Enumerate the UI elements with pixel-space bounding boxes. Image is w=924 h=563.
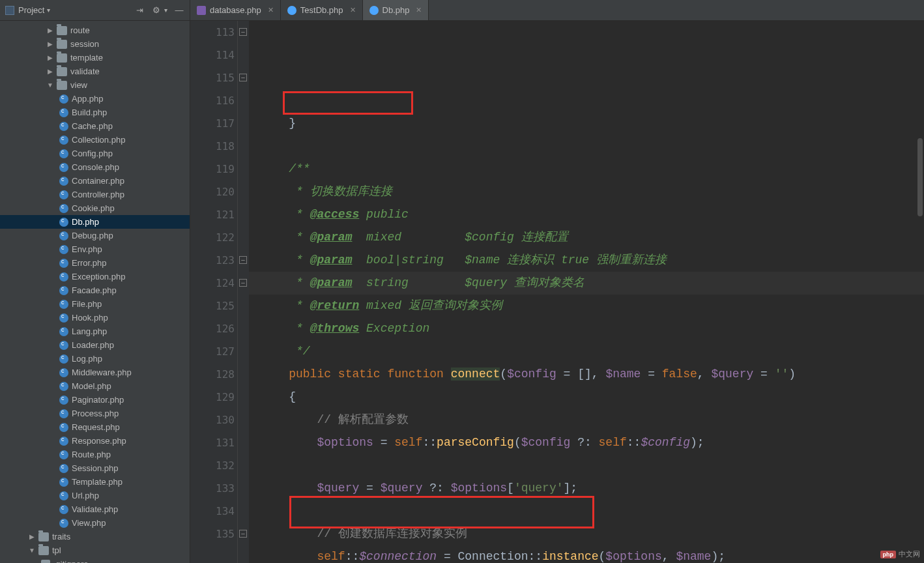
tree-file-Model-php[interactable]: Model.php <box>0 379 190 393</box>
vertical-scrollbar[interactable] <box>916 21 923 563</box>
code-line[interactable]: public static function connect($config =… <box>261 363 924 386</box>
tree-file-Request-php[interactable]: Request.php <box>0 420 190 434</box>
tree-file-Container-php[interactable]: Container.php <box>0 174 190 188</box>
chevron-icon[interactable] <box>47 40 53 48</box>
tree-file-Console-php[interactable]: Console.php <box>0 160 190 174</box>
chevron-icon[interactable] <box>47 54 53 61</box>
highlight-box-2 <box>289 496 594 528</box>
code-line[interactable]: * @return mixed 返回查询对象实例 <box>261 295 924 317</box>
project-tree[interactable]: routesessiontemplatevalidateviewApp.phpB… <box>0 21 190 563</box>
tree-file-Db-php[interactable]: Db.php <box>0 215 190 229</box>
code-line[interactable]: * @access public <box>261 203 924 226</box>
code-line[interactable]: $options = self::parseConfig($config ?: … <box>261 431 924 454</box>
chevron-icon[interactable] <box>29 547 35 554</box>
code-editor[interactable]: 1131141151161171181191201211221231241251… <box>190 21 924 563</box>
code-line[interactable]: self::$connection = Connection::instance… <box>261 545 924 563</box>
chevron-icon[interactable] <box>47 27 53 34</box>
tree-file-Session-php[interactable]: Session.php <box>0 461 190 475</box>
close-icon[interactable]: ✕ <box>268 6 274 14</box>
tree-file-Cache-php[interactable]: Cache.php <box>0 119 190 133</box>
line-number: 114 <box>190 44 235 66</box>
code-line[interactable]: * 切换数据库连接 <box>261 180 924 203</box>
tree-file-App-php[interactable]: App.php <box>0 92 190 106</box>
line-number: 135 <box>190 523 235 545</box>
chevron-down-icon[interactable]: ▾ <box>47 7 50 14</box>
fold-marker-icon[interactable]: – <box>239 256 247 264</box>
chevron-icon[interactable] <box>29 533 35 540</box>
code-line[interactable]: // 解析配置参数 <box>261 409 924 431</box>
tree-file-Process-php[interactable]: Process.php <box>0 407 190 420</box>
tab-TestDb-php[interactable]: TestDb.php✕ <box>281 0 363 20</box>
file-icon <box>197 6 206 15</box>
tree-file-Route-php[interactable]: Route.php <box>0 448 190 461</box>
tree-file-Url-php[interactable]: Url.php <box>0 489 190 502</box>
collapse-icon[interactable]: ⇥ <box>134 5 145 16</box>
tab-Db-php[interactable]: Db.php✕ <box>363 0 429 20</box>
tree-file-Validate-php[interactable]: Validate.php <box>0 502 190 516</box>
line-number: 115 <box>190 66 235 89</box>
scrollbar-thumb[interactable] <box>917 138 923 216</box>
tree-file-Log-php[interactable]: Log.php <box>0 352 190 366</box>
tree-file-Env-php[interactable]: Env.php <box>0 242 190 256</box>
fold-marker-icon[interactable]: – <box>239 28 247 36</box>
tree-folder-traits[interactable]: traits <box>0 530 190 543</box>
tree-file-Error-php[interactable]: Error.php <box>0 256 190 270</box>
file-icon <box>41 560 50 564</box>
tree-label: Validate.php <box>72 504 118 514</box>
tree-file-Controller-php[interactable]: Controller.php <box>0 188 190 201</box>
tree-label: Cookie.php <box>72 203 115 213</box>
close-icon[interactable]: ✕ <box>416 6 422 14</box>
tree-label: validate <box>70 66 100 76</box>
php-file-icon <box>59 368 68 377</box>
tree-label: File.php <box>72 299 102 309</box>
code-line[interactable] <box>261 135 924 158</box>
tree-file-Template-php[interactable]: Template.php <box>0 475 190 489</box>
tree-file-Debug-php[interactable]: Debug.php <box>0 229 190 242</box>
tree-file-Lang-php[interactable]: Lang.php <box>0 325 190 338</box>
php-file-icon <box>59 327 68 336</box>
tree-folder-session[interactable]: session <box>0 37 190 51</box>
chevron-icon[interactable] <box>47 81 53 89</box>
tree-file-Loader-php[interactable]: Loader.php <box>0 338 190 352</box>
tab-database-php[interactable]: database.php✕ <box>190 0 281 20</box>
tree-folder-view[interactable]: view <box>0 78 190 92</box>
tree-folder-route[interactable]: route <box>0 23 190 37</box>
code-line[interactable]: * @param mixed $config 连接配置 <box>261 226 924 249</box>
php-file-icon <box>59 478 68 487</box>
hide-icon[interactable]: — <box>174 5 184 16</box>
code-line[interactable]: * @param bool|string $name 连接标识 true 强制重… <box>261 249 924 272</box>
tree-file-Facade-php[interactable]: Facade.php <box>0 283 190 297</box>
gear-icon[interactable]: ⚙ <box>151 5 162 16</box>
fold-marker-icon[interactable]: – <box>239 74 247 81</box>
close-icon[interactable]: ✕ <box>350 6 356 14</box>
tree-file-Cookie-php[interactable]: Cookie.php <box>0 201 190 215</box>
code-line[interactable]: } <box>261 112 924 135</box>
project-label[interactable]: Project <box>18 5 44 15</box>
tree-file-Config-php[interactable]: Config.php <box>0 147 190 160</box>
tree-file-Response-php[interactable]: Response.php <box>0 434 190 448</box>
tree-file-Exception-php[interactable]: Exception.php <box>0 270 190 283</box>
tree-folder-template[interactable]: template <box>0 51 190 65</box>
php-file-icon <box>59 313 68 323</box>
tree-file-Collection-php[interactable]: Collection.php <box>0 133 190 147</box>
code-line[interactable]: */ <box>261 340 924 363</box>
code-area[interactable]: } /** * 切换数据库连接 * @access public * @para… <box>249 21 924 563</box>
chevron-down-icon[interactable]: ▾ <box>164 7 167 14</box>
code-line[interactable] <box>261 454 924 477</box>
tree-file-View-php[interactable]: View.php <box>0 516 190 530</box>
tree-file-Hook-php[interactable]: Hook.php <box>0 311 190 325</box>
fold-marker-icon[interactable]: – <box>239 279 247 287</box>
tree-folder-validate[interactable]: validate <box>0 65 190 78</box>
tree-label: Lang.php <box>72 326 107 336</box>
tree-file-Middleware-php[interactable]: Middleware.php <box>0 366 190 379</box>
tree-folder-tpl[interactable]: tpl <box>0 543 190 557</box>
code-line[interactable]: /** <box>261 158 924 180</box>
code-line[interactable]: { <box>261 386 924 409</box>
fold-marker-icon[interactable]: – <box>239 530 247 538</box>
chevron-icon[interactable] <box>47 68 53 75</box>
tree-file-File-php[interactable]: File.php <box>0 297 190 311</box>
tree-file-Build-php[interactable]: Build.php <box>0 106 190 119</box>
tree-file-gitignore[interactable]: .gitignore <box>0 557 190 563</box>
code-line[interactable]: * @throws Exception <box>261 317 924 340</box>
tree-file-Paginator-php[interactable]: Paginator.php <box>0 393 190 407</box>
